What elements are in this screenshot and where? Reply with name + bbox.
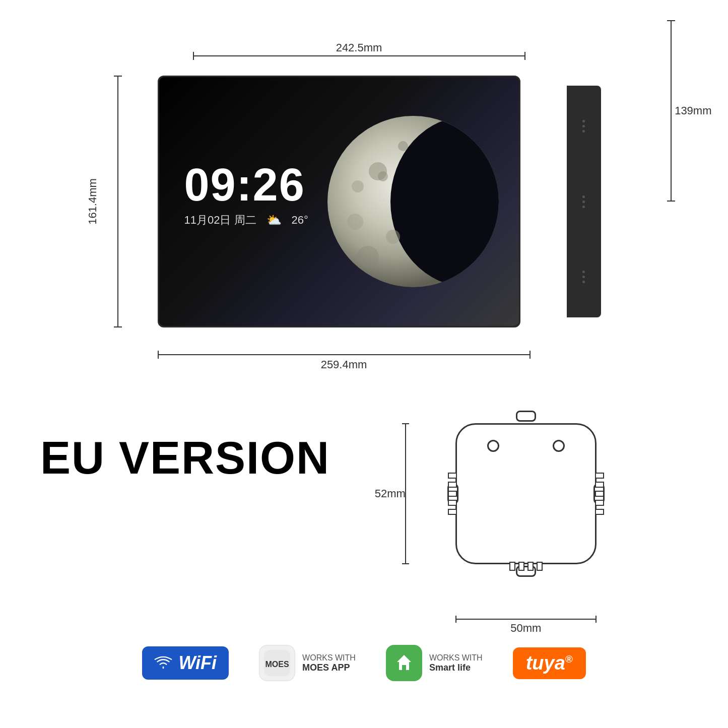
- clock-display: 09:26 11月02日 周二 ⛅ 26°: [184, 162, 308, 228]
- smartlife-badge: WORKS WITH Smart life: [386, 645, 483, 681]
- connector-tab: [595, 482, 604, 488]
- smartlife-badge-item: WORKS WITH Smart life: [386, 645, 483, 681]
- dim-left-label: 161.4mm: [86, 178, 99, 225]
- connector-tab: [448, 509, 457, 515]
- connector-tab: [448, 500, 457, 506]
- clock-time: 09:26: [184, 162, 308, 208]
- moes-logo-svg: MOES: [264, 650, 290, 676]
- schematic-wrap: 52mm: [435, 403, 617, 594]
- moes-icon: MOES: [259, 645, 295, 681]
- side-dot: [582, 195, 585, 198]
- side-dot: [582, 130, 585, 133]
- side-dot: [582, 201, 585, 203]
- dimension-block: 242.5mm 161.4mm: [158, 55, 571, 327]
- dim-left-height: 161.4mm: [117, 76, 118, 327]
- dim-left-line: [117, 76, 118, 327]
- connector-tab: [518, 562, 524, 571]
- footer-badges: WiFi MOES WORKS WITH MOES APP: [20, 635, 708, 696]
- dim-top-label: 242.5mm: [336, 41, 382, 54]
- eu-version-label: EU VERSION: [40, 433, 364, 483]
- connector-tab: [595, 491, 604, 497]
- connectors-left: [448, 473, 457, 515]
- clock-date: 11月02日 周二: [184, 213, 256, 228]
- tuya-badge: tuya®: [513, 647, 586, 679]
- svg-point-5: [386, 230, 400, 244]
- tablet-device: 09:26 11月02日 周二 ⛅ 26°: [158, 76, 520, 327]
- svg-text:MOES: MOES: [266, 660, 289, 669]
- connector-tab: [448, 482, 457, 488]
- wifi-label: WiFi: [178, 652, 217, 674]
- temperature: 26°: [292, 214, 308, 227]
- side-dot: [582, 206, 585, 208]
- clock-date-row: 11月02日 周二 ⛅ 26°: [184, 213, 308, 228]
- connector-tab: [527, 562, 534, 571]
- dim-sch-w-label: 50mm: [510, 622, 541, 635]
- connectors-right: [595, 473, 604, 515]
- bottom-section: EU VERSION 52mm: [20, 403, 708, 594]
- device-image-wrap: 161.4mm: [158, 76, 571, 327]
- dim-schematic-width: 50mm: [455, 619, 597, 620]
- connector-tab: [448, 473, 457, 479]
- smartlife-logo-svg: [391, 650, 417, 676]
- moes-app-name-label: MOES APP: [302, 663, 356, 673]
- side-dot: [582, 271, 585, 273]
- moon-svg: [327, 96, 499, 307]
- side-dot: [582, 125, 585, 127]
- schematic-device: [455, 423, 597, 564]
- dim-right-line: [671, 20, 672, 202]
- side-dots-top: [567, 116, 601, 137]
- smartlife-icon: [386, 645, 422, 681]
- svg-point-7: [352, 180, 364, 192]
- right-bottom: 52mm: [364, 403, 688, 594]
- connector-tab: [509, 562, 515, 571]
- connector-tab: [595, 473, 604, 479]
- wifi-badge: WiFi: [142, 646, 229, 680]
- dim-bottom-width: 259.4mm: [158, 354, 531, 355]
- svg-point-8: [398, 141, 408, 151]
- moes-text: WORKS WITH MOES APP: [302, 653, 356, 673]
- wifi-badge-item: WiFi: [142, 646, 229, 680]
- connector-tab: [537, 562, 543, 571]
- left-bottom: EU VERSION: [40, 403, 364, 483]
- svg-point-6: [357, 246, 379, 268]
- screw-hole-tr: [553, 440, 565, 452]
- tuya-trademark: ®: [565, 653, 573, 665]
- side-dots-mid: [567, 191, 601, 212]
- dim-bottom-label: 259.4mm: [321, 358, 367, 371]
- side-dot: [582, 276, 585, 278]
- connector-tab: [595, 509, 604, 515]
- moes-works-with-label: WORKS WITH: [302, 653, 356, 663]
- connectors-bottom: [509, 562, 543, 571]
- connector-tab: [595, 500, 604, 506]
- main-container: 242.5mm 161.4mm: [0, 0, 728, 728]
- tablet-screen: 09:26 11月02日 周二 ⛅ 26°: [159, 77, 519, 326]
- connector-tab: [448, 491, 457, 497]
- mount-ear-top: [516, 411, 536, 422]
- svg-point-9: [347, 214, 363, 230]
- dim-bottom-line: [158, 354, 531, 355]
- side-dot: [582, 281, 585, 283]
- smartlife-text: WORKS WITH Smart life: [429, 653, 483, 673]
- dim-top-width: 242.5mm: [193, 55, 525, 56]
- dim-top-line: [193, 55, 525, 56]
- back-panel: [567, 86, 601, 317]
- side-dots-bottom: [567, 267, 601, 287]
- tuya-badge-item: tuya®: [513, 647, 586, 679]
- dim-right-label: 139mm: [675, 104, 711, 117]
- svg-point-4: [378, 171, 388, 181]
- side-dot: [582, 120, 585, 122]
- moes-badge-item: MOES WORKS WITH MOES APP: [259, 645, 356, 681]
- top-section: 242.5mm 161.4mm: [20, 20, 708, 363]
- dim-schematic-height: 52mm: [405, 423, 406, 564]
- tuya-label: tuya: [526, 652, 565, 674]
- screw-hole-tl: [487, 440, 499, 452]
- dim-sch-h-line: [455, 619, 597, 620]
- smartlife-works-with-label: WORKS WITH: [429, 653, 483, 663]
- wifi-icon: [154, 655, 172, 671]
- moes-badge: MOES WORKS WITH MOES APP: [259, 645, 356, 681]
- smartlife-app-name-label: Smart life: [429, 663, 483, 673]
- weather-icon: ⛅: [267, 213, 282, 227]
- dim-right-height: 139mm: [671, 20, 672, 202]
- dim-sch-h-label: 52mm: [375, 487, 406, 500]
